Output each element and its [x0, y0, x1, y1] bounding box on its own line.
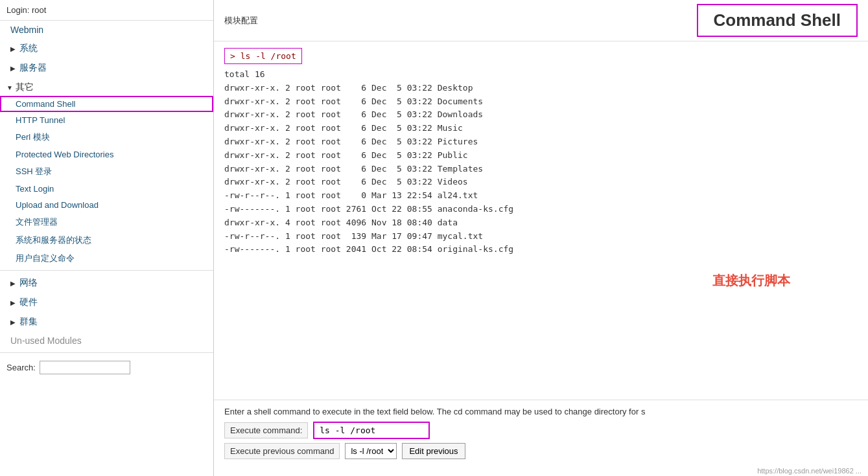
sidebar-item-server-label: 服务器 — [19, 62, 47, 74]
execute-input[interactable] — [313, 422, 430, 439]
sidebar-item-unused-label: Un-used Modules — [10, 335, 82, 346]
sidebar-item-ssh-login[interactable]: SSH 登录 — [0, 163, 213, 181]
chevron-down-icon: ▼ — [6, 84, 13, 91]
execute-prev-label: Execute previous command — [224, 443, 340, 459]
sidebar-group-other[interactable]: ▼ 其它 — [0, 78, 213, 96]
sidebar-item-protected-web[interactable]: Protected Web Directories — [0, 146, 213, 163]
content-header: 模块配置 Command Shell — [214, 0, 868, 41]
terminal-area: > ls -l /root total 16 drwxr-xr-x. 2 roo… — [214, 41, 868, 400]
sidebar-item-system-status[interactable]: 系统和服务器的状态 — [0, 231, 213, 249]
sidebar-item-unused[interactable]: Un-used Modules — [0, 332, 213, 350]
execute-label: Execute command: — [224, 422, 308, 438]
sidebar-item-upload-download[interactable]: Upload and Download — [0, 197, 213, 213]
module-title: Command Shell — [697, 4, 858, 37]
terminal-output: total 16 drwxr-xr-x. 2 root root 6 Dec 5… — [224, 68, 858, 256]
main-content: 模块配置 Command Shell > ls -l /root total 1… — [214, 0, 868, 476]
arrow-icon: ▶ — [10, 65, 16, 72]
arrow-icon: ▶ — [10, 45, 16, 52]
sidebar-search: Search: — [0, 356, 213, 380]
sidebar-item-hardware[interactable]: ▶ 硬件 — [0, 293, 213, 312]
sidebar-item-cluster-label: 群集 — [19, 316, 38, 328]
arrow-icon: ▶ — [10, 319, 16, 326]
watermark: https://blog.csdn.net/wei19862 ... — [214, 466, 868, 476]
sidebar-item-webmin[interactable]: Webmin — [0, 21, 213, 39]
sidebar-login: Login: root — [0, 0, 213, 21]
execute-prev-row: Execute previous command ls -l /root Edi… — [224, 443, 858, 459]
search-input[interactable] — [40, 361, 130, 374]
help-text: Enter a shell command to execute in the … — [224, 407, 858, 416]
sidebar-group-other-label: 其它 — [16, 82, 34, 93]
bottom-area: Enter a shell command to execute in the … — [214, 400, 868, 466]
breadcrumb: 模块配置 — [224, 15, 258, 27]
sidebar-item-network-label: 网络 — [19, 277, 38, 289]
sidebar-item-custom-commands[interactable]: 用户自定义命令 — [0, 249, 213, 267]
arrow-icon: ▶ — [10, 299, 16, 306]
execute-row: Execute command: — [224, 422, 858, 439]
sidebar-item-http-tunnel[interactable]: HTTP Tunnel — [0, 112, 213, 128]
sidebar-item-file-manager[interactable]: 文件管理器 — [0, 213, 213, 231]
annotation-text: 直接执行脚本 — [712, 272, 790, 289]
sidebar: Login: root Webmin ▶ 系统 ▶ 服务器 ▼ 其它 Comma… — [0, 0, 214, 476]
sidebar-item-text-login[interactable]: Text Login — [0, 181, 213, 197]
terminal-command: > ls -l /root — [224, 48, 302, 64]
sidebar-item-server[interactable]: ▶ 服务器 — [0, 58, 213, 78]
edit-previous-button[interactable]: Edit previous — [402, 443, 465, 459]
sidebar-item-cluster[interactable]: ▶ 群集 — [0, 312, 213, 332]
sidebar-item-webmin-label: Webmin — [10, 25, 43, 35]
sidebar-item-command-shell[interactable]: Command Shell — [0, 96, 213, 112]
sidebar-item-system[interactable]: ▶ 系统 — [0, 39, 213, 58]
arrow-icon: ▶ — [10, 280, 16, 287]
help-text-content: Enter a shell command to execute in the … — [224, 407, 645, 416]
execute-prev-select[interactable]: ls -l /root — [345, 443, 397, 459]
sidebar-item-network[interactable]: ▶ 网络 — [0, 273, 213, 293]
sidebar-item-perl-module[interactable]: Perl 模块 — [0, 128, 213, 146]
search-label: Search: — [6, 363, 36, 372]
sidebar-item-system-label: 系统 — [19, 43, 38, 54]
sidebar-item-hardware-label: 硬件 — [19, 297, 38, 308]
